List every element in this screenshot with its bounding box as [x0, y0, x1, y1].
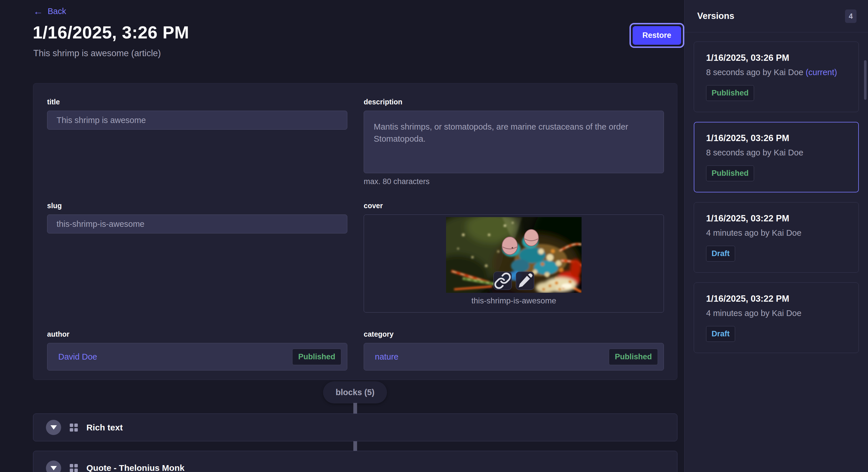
versions-sidebar: Versions 4 1/16/2025, 03:26 PM 8 seconds…: [684, 0, 868, 472]
author-relation-link[interactable]: David Doe: [58, 352, 97, 362]
version-meta: 8 seconds ago by Kai Doe (current): [706, 68, 846, 77]
chevron-down-icon: [51, 425, 57, 430]
blocks-count-pill: blocks (5): [323, 381, 387, 403]
category-relation-box: nature Published: [364, 343, 664, 370]
block-label: Rich text: [86, 423, 123, 432]
collapse-toggle-button[interactable]: [46, 420, 61, 435]
version-card[interactable]: 1/16/2025, 03:26 PM 8 seconds ago by Kai…: [694, 42, 859, 112]
description-field: description Mantis shrimps, or stomatopo…: [364, 98, 664, 186]
current-version-tag: (current): [806, 68, 837, 77]
drag-grid-icon: [70, 424, 78, 432]
version-status-badge: Published: [706, 85, 754, 101]
chevron-down-icon: [51, 466, 57, 470]
author-field: author David Doe Published: [47, 330, 347, 370]
version-status-badge: Draft: [706, 326, 735, 342]
slug-label: slug: [47, 202, 347, 210]
collapse-toggle-button[interactable]: [46, 461, 61, 472]
version-date: 1/16/2025, 03:22 PM: [706, 213, 846, 224]
version-fields-panel: title This shrimp is awesome description…: [33, 83, 677, 380]
version-date: 1/16/2025, 03:22 PM: [706, 294, 846, 304]
restore-button[interactable]: Restore: [632, 26, 681, 45]
versions-title: Versions: [697, 11, 734, 21]
version-meta: 4 minutes ago by Kai Doe: [706, 308, 846, 318]
page-subtitle: This shrimp is awesome (article): [33, 48, 161, 59]
back-link[interactable]: ← Back: [33, 6, 66, 16]
version-meta: 4 minutes ago by Kai Doe: [706, 228, 846, 238]
author-relation-box: David Doe Published: [47, 343, 347, 370]
description-textarea: Mantis shrimps, or stomatopods, are mari…: [364, 111, 664, 173]
link-icon: [494, 243, 512, 293]
cover-image: [446, 217, 582, 293]
edit-media-button[interactable]: [516, 272, 534, 290]
version-date: 1/16/2025, 03:26 PM: [706, 133, 846, 143]
blocks-connector-line: [353, 403, 357, 414]
description-hint: max. 80 characters: [364, 177, 664, 186]
page-title: 1/16/2025, 3:26 PM: [33, 22, 189, 42]
category-field: category nature Published: [364, 330, 664, 370]
version-meta: 8 seconds ago by Kai Doe: [706, 148, 846, 158]
back-arrow-icon: ←: [33, 6, 43, 16]
cover-box: this-shrimp-is-awesome: [364, 214, 664, 312]
versions-header: Versions 4: [685, 0, 868, 32]
version-date: 1/16/2025, 03:26 PM: [706, 53, 846, 63]
slug-field: slug this-shrimp-is-awesome: [47, 202, 347, 233]
version-status-badge: Published: [706, 165, 754, 181]
slug-input: this-shrimp-is-awesome: [47, 214, 347, 233]
versions-count-badge: 4: [845, 9, 857, 23]
restore-button-focus-ring: Restore: [629, 23, 684, 48]
category-label: category: [364, 330, 664, 338]
cover-label: cover: [364, 202, 664, 210]
cover-caption: this-shrimp-is-awesome: [364, 296, 663, 305]
category-status-badge: Published: [609, 349, 658, 365]
version-card[interactable]: 1/16/2025, 03:22 PM 4 minutes ago by Kai…: [694, 202, 859, 273]
main-content: ← Back 1/16/2025, 3:26 PM This shrimp is…: [0, 0, 684, 472]
sidebar-scrollbar[interactable]: [864, 60, 867, 100]
copy-link-button[interactable]: [493, 272, 512, 290]
category-relation-link[interactable]: nature: [375, 352, 398, 362]
version-status-badge: Draft: [706, 246, 735, 262]
pencil-icon: [516, 243, 534, 293]
block-item-rich-text[interactable]: Rich text: [33, 413, 677, 441]
version-card[interactable]: 1/16/2025, 03:22 PM 4 minutes ago by Kai…: [694, 282, 859, 353]
blocks-connector-line: [353, 441, 357, 451]
version-card-selected[interactable]: 1/16/2025, 03:26 PM 8 seconds ago by Kai…: [694, 122, 859, 193]
title-label: title: [47, 98, 347, 106]
cover-actions: [493, 272, 534, 290]
block-label: Quote - Thelonius Monk: [86, 463, 185, 472]
author-status-badge: Published: [292, 349, 341, 365]
block-item-quote[interactable]: Quote - Thelonius Monk: [33, 451, 677, 472]
description-label: description: [364, 98, 664, 106]
back-label: Back: [48, 7, 66, 16]
cover-field: cover: [364, 202, 664, 312]
drag-grid-icon: [70, 464, 78, 472]
title-field: title This shrimp is awesome: [47, 98, 347, 130]
title-input: This shrimp is awesome: [47, 111, 347, 130]
versions-list: 1/16/2025, 03:26 PM 8 seconds ago by Kai…: [685, 32, 868, 353]
author-label: author: [47, 330, 347, 338]
